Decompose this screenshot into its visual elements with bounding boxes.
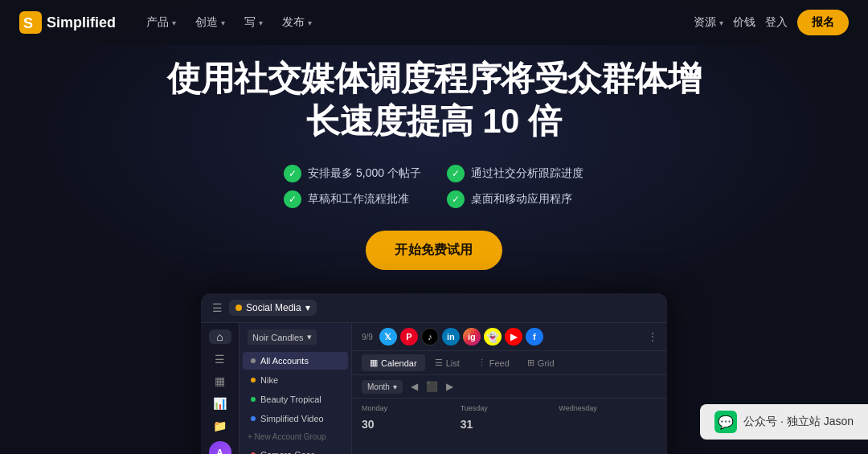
account-dot	[251, 358, 256, 363]
prev-month-button[interactable]: ◀	[407, 379, 421, 394]
tab-list[interactable]: ☰ List	[427, 354, 468, 371]
chevron-down-icon: ▾	[259, 18, 263, 27]
nav-create[interactable]: 创造 ▾	[187, 10, 233, 35]
cta-button[interactable]: 开始免费试用	[366, 231, 502, 270]
account-dot	[251, 378, 256, 382]
account-beauty-tropical[interactable]: Beauty Tropical	[243, 391, 348, 408]
navbar: S Simplified 产品 ▾ 创造 ▾ 写 ▾ 发布 ▾ 资源 ▾ 价钱 …	[0, 0, 868, 45]
chevron-down-icon: ▾	[307, 332, 312, 342]
month-select[interactable]: Month ▾	[362, 380, 403, 394]
logo-icon: S	[19, 11, 42, 34]
view-tabs: ▦ Calendar ☰ List ⋮ Feed ⊞ Grid	[352, 351, 667, 375]
nav-login[interactable]: 登入	[765, 15, 788, 30]
day-header-tuesday: Tuesday	[461, 402, 559, 415]
sidebar-folder-icon[interactable]: 📁	[209, 419, 231, 433]
nav-right: 资源 ▾ 价钱 登入 报名	[694, 10, 849, 35]
youtube-icon[interactable]: ▶	[505, 328, 522, 346]
logo[interactable]: S Simplified	[19, 11, 116, 34]
social-media-tag[interactable]: Social Media ▾	[229, 300, 317, 316]
accounts-header: Noir Candles ▾	[240, 323, 351, 351]
hamburger-icon[interactable]: ☰	[212, 301, 223, 314]
sidebar-analytics-icon[interactable]: 📊	[209, 396, 231, 411]
grid-tab-icon: ⊞	[527, 358, 534, 368]
tab-feed[interactable]: ⋮ Feed	[469, 354, 518, 371]
more-options-icon[interactable]: ⋮	[648, 331, 657, 342]
day-header-monday: Monday	[362, 402, 461, 415]
account-dot	[251, 397, 256, 402]
chevron-down-icon: ▾	[719, 18, 723, 27]
app-body: ⌂ ☰ ▦ 📊 📁 A Noir Candles ▾	[201, 323, 667, 454]
account-dot	[251, 416, 256, 421]
check-icon: ✓	[284, 165, 301, 182]
nav-price[interactable]: 价钱	[733, 15, 755, 30]
chevron-down-icon: ▾	[221, 18, 225, 27]
svg-text:S: S	[23, 15, 33, 31]
feature-item-2: ✓ 通过社交分析跟踪进度	[447, 165, 584, 182]
check-icon: ✓	[447, 165, 465, 182]
sidebar-calendar-icon[interactable]: ▦	[209, 374, 231, 389]
check-icon: ✓	[447, 190, 465, 208]
tab-calendar[interactable]: ▦ Calendar	[362, 354, 425, 371]
twitter-icon[interactable]: 𝕏	[379, 328, 397, 346]
feature-item-1: ✓ 安排最多 5,000 个帖子	[284, 165, 421, 182]
hero-title: 使用社交媒体调度程序将受众群体增长速度提高 10 倍	[153, 58, 715, 142]
accounts-panel: Noir Candles ▾ All Accounts Nike Beauty …	[240, 323, 352, 454]
calendar-day-31[interactable]: 31	[461, 415, 559, 434]
chevron-down-icon: ▾	[308, 18, 312, 27]
tiktok-icon[interactable]: ♪	[421, 328, 439, 346]
account-camera-gear[interactable]: Camera Gear	[243, 446, 348, 454]
calendar-grid: Monday Tuesday Wednesday 30 31	[352, 399, 667, 437]
signup-button[interactable]: 报名	[797, 10, 849, 35]
check-icon: ✓	[284, 190, 301, 208]
linkedin-icon[interactable]: in	[442, 328, 460, 346]
add-account-button[interactable]: + New Account Group	[240, 428, 351, 445]
sidebar-home-icon[interactable]: ⌂	[209, 329, 231, 344]
brand-name: Simplified	[47, 14, 116, 31]
list-tab-icon: ☰	[435, 358, 443, 368]
sidebar-profile-icon[interactable]: A	[209, 441, 231, 454]
sidebar-list-icon[interactable]: ☰	[209, 352, 231, 366]
calendar-tab-icon: ▦	[370, 358, 378, 368]
feed-tab-icon: ⋮	[477, 358, 486, 368]
nav-links: 产品 ▾ 创造 ▾ 写 ▾ 发布 ▾	[138, 10, 694, 35]
post-count: 9/9	[362, 333, 373, 342]
feature-item-4: ✓ 桌面和移动应用程序	[447, 190, 584, 208]
chevron-down-icon: ▾	[172, 18, 176, 27]
next-month-button[interactable]: ▶	[443, 379, 457, 394]
nav-resources[interactable]: 资源 ▾	[694, 15, 723, 30]
calendar-icon[interactable]: ⬛	[426, 381, 438, 392]
wechat-icon: 💬	[714, 411, 737, 433]
app-preview: ☰ Social Media ▾ ⌂ ☰ ▦ 📊 📁 A	[201, 293, 667, 454]
accounts-dropdown[interactable]: Noir Candles ▾	[248, 329, 317, 345]
facebook-icon[interactable]: f	[526, 328, 543, 346]
account-simplified-video[interactable]: Simplified Video	[243, 410, 348, 427]
calendar-day-30[interactable]: 30	[362, 415, 461, 434]
chevron-down-icon: ▾	[305, 302, 310, 313]
app-sidebar: ⌂ ☰ ▦ 📊 📁 A	[201, 323, 240, 454]
app-main: 9/9 𝕏 P ♪ in ig 👻 ▶ f ⋮ ▦	[352, 323, 667, 454]
avatar: A	[209, 441, 231, 454]
nav-write[interactable]: 写 ▾	[236, 10, 271, 35]
tag-dot	[235, 305, 242, 311]
chevron-down-icon: ▾	[393, 382, 397, 391]
app-titlebar: ☰ Social Media ▾	[201, 293, 667, 323]
hero-section: 使用社交媒体调度程序将受众群体增长速度提高 10 倍 ✓ 安排最多 5,000 …	[0, 0, 868, 454]
calendar-toolbar: Month ▾ ◀ ⬛ ▶	[352, 375, 667, 399]
calendar-day-empty	[559, 415, 657, 434]
nav-product[interactable]: 产品 ▾	[138, 10, 184, 35]
features-grid: ✓ 安排最多 5,000 个帖子 ✓ 通过社交分析跟踪进度 ✓ 草稿和工作流程批…	[284, 165, 584, 208]
watermark: 💬 公众号 · 独立站 Jason	[700, 404, 868, 440]
tab-grid[interactable]: ⊞ Grid	[519, 354, 563, 371]
account-nike[interactable]: Nike	[243, 371, 348, 389]
nav-publish[interactable]: 发布 ▾	[274, 10, 320, 35]
social-icons-row: 𝕏 P ♪ in ig 👻 ▶ f	[379, 328, 641, 346]
main-header: 9/9 𝕏 P ♪ in ig 👻 ▶ f ⋮	[352, 323, 667, 351]
instagram-icon[interactable]: ig	[463, 328, 481, 346]
feature-item-3: ✓ 草稿和工作流程批准	[284, 190, 421, 208]
day-header-wednesday: Wednesday	[559, 402, 657, 415]
snapchat-icon[interactable]: 👻	[484, 328, 502, 346]
pinterest-icon[interactable]: P	[400, 328, 418, 346]
account-all-accounts[interactable]: All Accounts	[243, 352, 348, 370]
watermark-text: 公众号 · 独立站 Jason	[743, 415, 854, 429]
